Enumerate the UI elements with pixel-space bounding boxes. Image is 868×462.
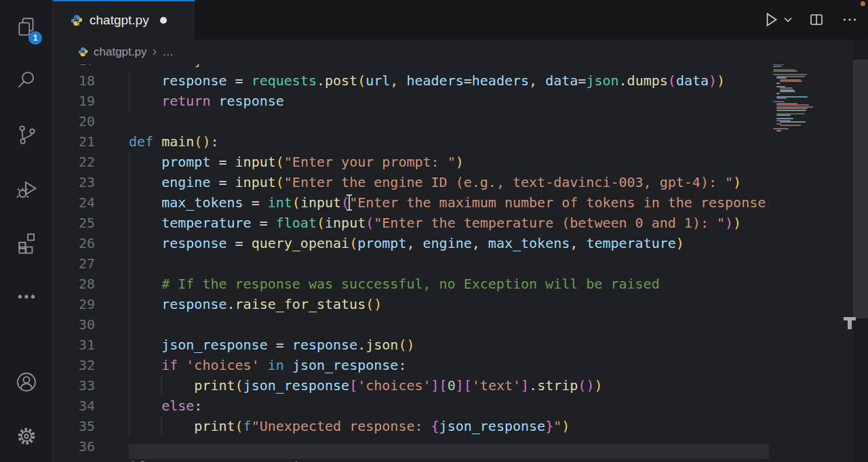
minimap-line	[776, 130, 781, 131]
line-number[interactable]: 33	[53, 375, 95, 396]
ellipsis-icon	[841, 11, 859, 28]
line-number[interactable]: 24	[53, 192, 95, 213]
line-number[interactable]: 23	[53, 172, 95, 192]
breadcrumb-file[interactable]: chatgpt.py	[94, 45, 146, 59]
line-number[interactable]: 20	[53, 111, 95, 131]
code-line[interactable]: 18 response = requests.post(url, headers…	[53, 70, 868, 91]
line-number[interactable]: 35	[53, 416, 95, 436]
activity-explorer[interactable]: 1	[0, 5, 53, 49]
code-line[interactable]: 26 response = query_openai(prompt, engin…	[53, 233, 868, 253]
line-number[interactable]: 21	[53, 131, 95, 152]
line-number[interactable]: 31	[53, 335, 95, 355]
horizontal-scrollbar-thumb[interactable]	[129, 444, 769, 459]
minimap-line	[773, 66, 782, 67]
split-editor-button[interactable]	[808, 12, 825, 28]
editor-group: chatgpt.py	[53, 0, 868, 462]
minimap-line	[776, 110, 806, 111]
tab-label: chatgpt.py	[90, 13, 149, 28]
code-line[interactable]: 30	[53, 314, 868, 335]
line-number[interactable]: 22	[53, 152, 95, 172]
code-line[interactable]: 22 prompt = input("Enter your prompt: ")	[53, 152, 868, 172]
search-icon	[15, 68, 38, 91]
code-line[interactable]: 34 else:	[53, 396, 868, 416]
activity-account[interactable]	[0, 360, 53, 404]
code-line[interactable]: 28 # If the response was successful, no …	[53, 274, 868, 294]
text-cursor-ibeam	[345, 194, 353, 211]
activity-source-control[interactable]	[0, 112, 53, 156]
minimap[interactable]	[769, 39, 852, 462]
run-dropdown[interactable]	[783, 14, 793, 25]
code-text: engine = input("Enter the engine ID (e.g…	[129, 172, 741, 192]
line-number[interactable]: 19	[53, 91, 95, 111]
breadcrumb: chatgpt.py › …	[53, 39, 787, 64]
minimap-line	[773, 74, 807, 75]
code-text: print(f"Unexpected response: {json_respo…	[129, 416, 570, 436]
code-line[interactable]: 32 if 'choices' in json_response:	[53, 355, 868, 375]
activity-settings[interactable]	[0, 415, 53, 458]
activity-search[interactable]	[0, 58, 53, 102]
minimap-line	[776, 93, 780, 94]
line-number[interactable]: 28	[53, 274, 95, 294]
line-number[interactable]: 37	[53, 457, 95, 462]
code-line[interactable]: 29 response.raise_for_status()	[53, 294, 868, 314]
tab-chatgpt-py[interactable]: chatgpt.py	[53, 0, 195, 39]
code-text: max_tokens = int(input("Enter the maximu…	[129, 192, 806, 213]
python-icon	[71, 14, 83, 26]
account-icon	[14, 370, 39, 394]
activity-run-debug[interactable]	[0, 167, 53, 210]
code-line[interactable]: 35 print(f"Unexpected response: {json_re…	[53, 416, 868, 436]
line-number[interactable]: 27	[53, 253, 95, 274]
vertical-scrollbar-thumb[interactable]	[853, 60, 868, 318]
code-text: return response	[129, 91, 284, 111]
python-icon	[78, 47, 88, 57]
minimap-line	[780, 87, 793, 89]
code-editor[interactable]: 17 }18 response = requests.post(url, hea…	[53, 39, 868, 462]
minimap-line	[776, 77, 787, 79]
code-line[interactable]: 33 print(json_response['choices'][0]['te…	[53, 375, 868, 396]
minimap-line	[776, 118, 793, 119]
unsaved-dot-icon[interactable]	[160, 17, 167, 24]
explorer-badge: 1	[28, 31, 42, 45]
more-actions-button[interactable]	[841, 11, 859, 28]
line-number[interactable]: 32	[53, 355, 95, 375]
line-number[interactable]: 30	[53, 314, 95, 335]
indent-guide	[129, 314, 130, 335]
code-line[interactable]: 23 engine = input("Enter the engine ID (…	[53, 172, 868, 192]
activity-extensions[interactable]	[0, 222, 53, 266]
gear-icon	[14, 424, 39, 448]
code-line[interactable]: 24 max_tokens = int(input("Enter the max…	[53, 192, 868, 213]
line-number[interactable]: 36	[53, 436, 95, 457]
line-number[interactable]: 26	[53, 233, 95, 253]
activity-more[interactable]	[0, 275, 53, 318]
recording-dot-icon	[861, 1, 865, 6]
split-editor-icon	[808, 12, 825, 28]
minimap-line	[773, 128, 789, 129]
breadcrumb-separator-icon: ›	[152, 43, 157, 59]
minimap-line	[776, 114, 791, 116]
code-text: response = requests.post(url, headers=he…	[129, 70, 725, 91]
code-line[interactable]: 19 return response	[53, 91, 868, 111]
minimap-line	[780, 81, 802, 82]
code-line[interactable]: 21def main():	[53, 131, 868, 152]
line-number[interactable]: 29	[53, 294, 95, 314]
code-text: if 'choices' in json_response:	[129, 355, 406, 375]
code-line[interactable]: 20	[53, 111, 868, 131]
code-text: # If the response was successful, no Exc…	[129, 274, 660, 294]
activity-bar: 1	[0, 0, 53, 462]
code-line[interactable]: 31 json_response = response.json()	[53, 335, 868, 355]
run-button[interactable]	[762, 11, 780, 28]
code-line[interactable]: 27	[53, 253, 868, 274]
chevron-down-icon	[783, 14, 793, 25]
run-debug-icon	[14, 176, 39, 201]
source-control-icon	[15, 123, 38, 146]
indent-guide	[129, 253, 130, 274]
line-number[interactable]: 25	[53, 213, 95, 233]
line-number[interactable]: 18	[53, 70, 95, 91]
vscode-window: 1	[0, 0, 868, 462]
code-line[interactable]: 25 temperature = float(input("Enter the …	[53, 213, 868, 233]
minimap-line	[780, 91, 795, 92]
code-text: response.raise_for_status()	[129, 294, 382, 314]
code-text: print(json_response['choices'][0]['text'…	[129, 375, 603, 396]
breadcrumb-more[interactable]: …	[162, 45, 174, 59]
line-number[interactable]: 34	[53, 396, 95, 416]
